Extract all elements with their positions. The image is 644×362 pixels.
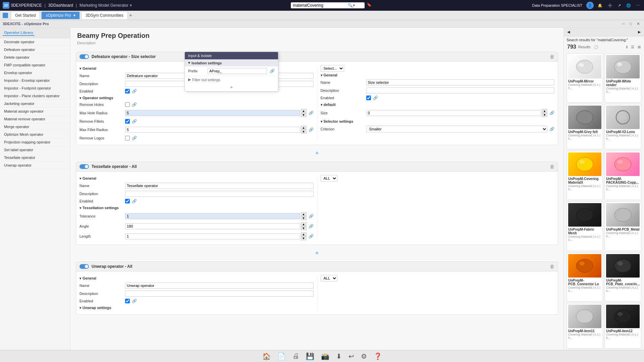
sidebar-item-jacketing[interactable]: Jacketing operator <box>0 100 70 108</box>
add-tab-button[interactable]: + <box>129 12 132 18</box>
default-section-header[interactable]: ▾ default <box>321 101 555 108</box>
unwrap-enabled-check[interactable] <box>125 299 130 303</box>
remove-fillets-check[interactable] <box>125 119 130 124</box>
result-item-12[interactable]: UnPrepM-item12 Covering Material | A.1 |… <box>604 303 641 349</box>
length-down[interactable]: ▼ <box>301 236 307 240</box>
link-icon[interactable]: 🔗 <box>132 119 137 124</box>
tab-3dsym[interactable]: 3DSym Communities <box>81 11 128 19</box>
add-op-after-defeature[interactable]: + <box>70 148 564 159</box>
info-icon[interactable]: ℹ <box>626 45 628 49</box>
link-icon[interactable]: 🔗 <box>132 136 137 140</box>
help-button[interactable]: ❓ <box>372 352 384 361</box>
max-hole-down[interactable]: ▼ <box>301 113 307 117</box>
close-button[interactable]: ✕ <box>637 21 640 26</box>
sidebar-item-envelop[interactable]: Envelop operator <box>0 69 70 77</box>
link-icon[interactable]: 🔗 <box>309 127 314 132</box>
result-item-v2-lens[interactable]: UnPrepM-V2-Lens Covering Material | A.1 … <box>604 104 641 149</box>
tessellate-general-header[interactable]: ▾ General <box>79 175 314 182</box>
defeature-enabled-check[interactable] <box>125 89 130 94</box>
unwrap-right-select[interactable]: ALL <box>321 275 337 282</box>
add-icon[interactable]: ➕ <box>606 3 614 8</box>
clock-icon[interactable]: 🕐 <box>594 45 598 49</box>
result-item-white[interactable]: UnPrepM-White render Covering Material |… <box>604 53 641 103</box>
more-icon[interactable]: ⋯ <box>635 3 641 8</box>
tab-get-started[interactable]: Get Started <box>11 11 40 19</box>
home-button[interactable]: 🏠 <box>260 352 273 361</box>
expand-right-icon[interactable]: ▶ <box>638 30 641 34</box>
community-icon[interactable]: 🌐 <box>625 3 632 8</box>
link-icon[interactable]: 🔗 <box>309 224 314 229</box>
grid-view-icon[interactable]: ⊞ <box>638 45 641 49</box>
length-up[interactable]: ▲ <box>301 232 307 236</box>
sidebar-tab-library[interactable]: Operator Library <box>3 30 35 36</box>
unwrap-settings-header[interactable]: ▾ Unwrap settings <box>79 304 314 311</box>
right-desc-input[interactable] <box>366 87 555 94</box>
sidebar-item-delete[interactable]: Delete operator <box>0 54 70 61</box>
search-dropdown-icon[interactable]: ▾ <box>353 3 355 8</box>
size-down[interactable]: ▼ <box>542 113 547 117</box>
sidebar-item-material-assign[interactable]: Material assign operator <box>0 108 70 115</box>
popup-add-button[interactable]: + <box>185 83 278 91</box>
link-icon[interactable]: 🔗 <box>132 102 137 107</box>
link-icon[interactable]: 🔗 <box>549 127 554 131</box>
link-icon[interactable]: 🔗 <box>309 234 314 239</box>
link-icon[interactable]: 🔗 <box>549 111 554 115</box>
user-avatar[interactable]: 👤 <box>586 2 594 9</box>
redo-button[interactable]: ↩ <box>346 352 356 361</box>
chevron-down-icon[interactable]: ▾ <box>130 3 132 8</box>
tessellate-right-select[interactable]: ALL <box>321 175 337 182</box>
sidebar-item-set-label[interactable]: Set label operator <box>0 146 70 154</box>
unwrap-desc-input[interactable] <box>125 291 314 297</box>
add-op-after-tessellate[interactable]: + <box>70 248 564 259</box>
defeature-right-select[interactable]: Select... <box>321 65 344 72</box>
max-hole-radius-input[interactable] <box>125 110 300 116</box>
notification-icon[interactable]: 🔔 <box>596 3 604 8</box>
result-item-mirror[interactable]: UnPrepM-Mirror Covering Material | A.1 |… <box>567 53 603 103</box>
save-button[interactable]: 💾 <box>304 352 316 361</box>
search-icon[interactable]: 🔍 <box>348 3 353 8</box>
tab-xoptimize[interactable]: xOptimize Pro ▾ <box>41 11 80 19</box>
link-icon[interactable]: 🔗 <box>309 214 314 219</box>
tessellate-delete-icon[interactable]: 🗑 <box>550 164 554 169</box>
sidebar-item-unwrap[interactable]: Unwrap operator <box>0 162 70 169</box>
isolation-section-header[interactable]: ▾ Isolation settings <box>185 59 278 66</box>
result-item-pcb-plate[interactable]: UnPrepM-PCB_Plate_coverin... Covering Ma… <box>604 252 641 302</box>
print-button[interactable]: 🖨 <box>290 352 301 361</box>
link-icon[interactable]: 🔗 <box>132 299 137 303</box>
sidebar-item-projection[interactable]: Projection mapping operator <box>0 138 70 146</box>
remove-holes-check[interactable] <box>125 102 130 107</box>
prefix-input[interactable] <box>208 68 267 74</box>
sidebar-item-material-remove[interactable]: Material remove operator <box>0 115 70 123</box>
result-item-pcb-connector[interactable]: UnPrepM-PCB_Connector Lo Covering Materi… <box>567 252 603 302</box>
size-input[interactable] <box>366 110 541 116</box>
expand-icon[interactable]: ◀ <box>567 30 570 34</box>
link-icon[interactable]: 🔗 <box>309 111 314 115</box>
defeature-delete-icon[interactable]: 🗑 <box>550 54 554 59</box>
result-item-covering[interactable]: UnPrepM-Covering MaterialX Covering Mate… <box>567 151 603 200</box>
criterion-select[interactable]: Smaller <box>366 126 548 132</box>
tessellate-toggle[interactable] <box>79 164 89 169</box>
unwrap-name-input[interactable] <box>125 283 314 289</box>
max-fillet-down[interactable]: ▼ <box>301 130 307 134</box>
sidebar-item-impostor-plane[interactable]: Impostor - Plane clusters operator <box>0 92 70 100</box>
length-input[interactable] <box>125 233 300 239</box>
sidebar-item-tessellate[interactable]: Tessellate operator <box>0 154 70 162</box>
result-item-11[interactable]: UnPrepM-item11 Covering Material | A.1 |… <box>567 303 603 349</box>
link-icon[interactable]: 🔗 <box>270 69 275 73</box>
unwrap-delete-icon[interactable]: 🗑 <box>550 264 554 269</box>
screenshot-button[interactable]: 📸 <box>319 352 331 361</box>
tolerance-input[interactable] <box>125 213 300 219</box>
unwrap-toggle[interactable] <box>79 264 89 269</box>
sidebar-item-decimate[interactable]: Decimate operator <box>0 38 70 46</box>
result-item-packaging[interactable]: UnPrepM-PACKAGING-Copp... Covering Mater… <box>604 151 641 200</box>
angle-up[interactable]: ▲ <box>301 222 307 226</box>
tab-chevron-icon[interactable]: ▾ <box>73 13 75 18</box>
tess-enabled-check[interactable] <box>125 199 130 203</box>
defeature-toggle[interactable] <box>79 54 89 59</box>
tess-desc-input[interactable] <box>125 191 314 197</box>
defeature-right-general-header[interactable]: ▾ General <box>321 72 555 78</box>
right-name-input[interactable] <box>366 79 555 85</box>
sidebar-item-merge[interactable]: Merge operator <box>0 123 70 131</box>
bookmark-icon[interactable]: 🔖 <box>367 2 372 8</box>
result-item-fabric[interactable]: UnPrepM-Fabric Mesh Covering Material | … <box>567 201 603 251</box>
